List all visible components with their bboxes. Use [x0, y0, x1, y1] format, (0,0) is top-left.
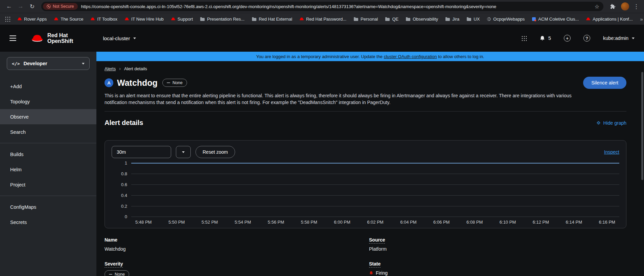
app-launcher-icon[interactable]: [521, 35, 527, 41]
add-circle-icon[interactable]: +: [564, 35, 571, 42]
bookmark[interactable]: ACM Coletive Clus...: [532, 17, 579, 22]
extensions-puzzle-icon[interactable]: [607, 1, 618, 11]
folder-icon: [385, 18, 390, 21]
redhat-icon: [171, 17, 175, 21]
bookmark[interactable]: OcpqeWebapps: [487, 17, 525, 22]
state-value: Firing: [369, 270, 626, 276]
sidebar-item-project[interactable]: Project: [0, 177, 96, 192]
bookmark[interactable]: UX: [467, 17, 480, 22]
back-icon[interactable]: ←: [4, 1, 14, 11]
folder-icon: [252, 18, 256, 21]
bookmark-star-icon[interactable]: ☆: [595, 3, 599, 10]
duration-dropdown-button[interactable]: [176, 146, 191, 158]
folder-icon: [406, 18, 410, 21]
bookmark[interactable]: Applications | Konf...: [586, 17, 632, 22]
banner-text: to allow others to log in.: [437, 54, 484, 59]
x-axis-labels: 5:48 PM 5:50 PM 5:52 PM 5:54 PM 5:56 PM …: [131, 220, 619, 225]
bookmark-label: Red Hat Password...: [306, 17, 346, 22]
bookmark[interactable]: Red Hat External: [252, 17, 292, 22]
sidebar-item-secrets[interactable]: Secrets: [0, 215, 96, 230]
bookmarks-bar: Rover Apps The Source IT Toolbox IT New …: [0, 13, 644, 25]
hide-graph-link[interactable]: Hide graph: [596, 120, 627, 126]
sidebar-item-helm[interactable]: Helm: [0, 162, 96, 177]
notifications-button[interactable]: 5: [539, 35, 551, 41]
x-tick-label: 6:02 PM: [367, 220, 383, 225]
severity-label[interactable]: Severity: [105, 261, 369, 267]
sidebar-item-search[interactable]: Search: [0, 124, 96, 140]
bookmark[interactable]: Personal: [354, 17, 378, 22]
breadcrumb-alerts-link[interactable]: Alerts: [105, 66, 116, 71]
alert-resource-icon: A: [105, 78, 113, 87]
section-title: Alert details: [105, 119, 143, 127]
sidebar-item-builds[interactable]: Builds: [0, 147, 96, 162]
brand-line2: OpenShift: [47, 38, 73, 44]
duration-input[interactable]: 30m: [112, 146, 171, 158]
url-bar[interactable]: Not Secure https://console-openshift-con…: [41, 2, 603, 11]
masthead: Red Hat OpenShift local-cluster 5 + ? ku…: [0, 25, 644, 52]
not-secure-badge[interactable]: Not Secure: [43, 3, 78, 10]
bookmark[interactable]: Observability: [406, 17, 438, 22]
y-tick-label: 0: [112, 214, 127, 219]
x-tick-label: 6:04 PM: [400, 220, 416, 225]
hide-graph-label: Hide graph: [603, 120, 627, 126]
user-menu[interactable]: kube:admin: [603, 35, 635, 41]
bookmark-label: Rover Apps: [24, 17, 47, 22]
perspective-switcher[interactable]: </> Developer: [7, 57, 90, 70]
browser-menu-icon[interactable]: ⋮: [632, 3, 640, 10]
perspective-label: Developer: [23, 61, 78, 66]
bookmarks-overflow-chevron[interactable]: [640, 16, 643, 22]
folder-icon: [467, 18, 471, 21]
help-icon[interactable]: ?: [583, 35, 590, 42]
browser-toolbar: ← → ↻ Not Secure https://console-openshi…: [0, 0, 644, 13]
apps-grid-icon[interactable]: [5, 16, 10, 22]
reload-icon[interactable]: ↻: [27, 1, 37, 11]
y-tick-label: 0.4: [112, 193, 127, 198]
app-icon: [532, 17, 536, 21]
bookmark[interactable]: Presentation Res...: [200, 17, 245, 22]
bookmark-label: Support: [178, 17, 193, 22]
bookmark[interactable]: The Source: [54, 17, 83, 22]
hamburger-menu-icon[interactable]: [9, 35, 16, 41]
gridline: [131, 217, 619, 217]
silence-alert-button[interactable]: Silence alert: [583, 77, 626, 89]
openshift-logo[interactable]: Red Hat OpenShift: [30, 32, 73, 44]
source-label[interactable]: Source: [369, 237, 626, 243]
bell-icon: [539, 35, 545, 41]
alert-description: This is an alert meant to ensure that th…: [105, 92, 575, 106]
sidebar-item-configmaps[interactable]: ConfigMaps: [0, 199, 96, 215]
chevron-down-icon: [133, 37, 136, 39]
oauth-config-link[interactable]: cluster OAuth configuration: [384, 54, 437, 59]
bookmark[interactable]: Jira: [445, 17, 459, 22]
page-scrollbar[interactable]: [641, 72, 643, 180]
brand-line1: Red Hat: [47, 32, 73, 38]
y-tick-label: 0.8: [112, 171, 127, 176]
reset-zoom-button[interactable]: Reset zoom: [196, 146, 235, 158]
x-tick-label: 6:08 PM: [466, 220, 483, 225]
bookmark[interactable]: QE: [385, 17, 398, 22]
url-text: https://console-openshift-console.apps.c…: [81, 4, 591, 9]
severity-value-label: None: [115, 272, 125, 276]
sidebar-item-topology[interactable]: Topology: [0, 94, 96, 109]
redhat-icon: [91, 17, 95, 21]
name-value: Watchdog: [105, 246, 369, 252]
sidebar-item-add[interactable]: +Add: [0, 79, 96, 94]
gridline: [131, 184, 619, 185]
sidebar-item-observe[interactable]: Observe: [0, 109, 96, 124]
profile-avatar[interactable]: [621, 2, 629, 10]
bookmark-label: Presentation Res...: [207, 17, 245, 22]
bookmark[interactable]: Support: [171, 17, 193, 22]
x-tick-label: 6:00 PM: [334, 220, 350, 225]
redhat-icon: [586, 17, 590, 21]
cluster-selector[interactable]: local-cluster: [103, 35, 136, 41]
chevron-down-icon: [82, 63, 85, 65]
bookmark[interactable]: IT Toolbox: [91, 17, 117, 22]
inspect-link[interactable]: Inspect: [604, 149, 619, 155]
state-label[interactable]: State: [369, 261, 626, 267]
bookmark[interactable]: Red Hat Password...: [300, 17, 346, 22]
folder-icon: [445, 18, 450, 21]
bookmark[interactable]: IT New Hire Hub: [125, 17, 164, 22]
alert-chart-plot[interactable]: 1 0.8 0.6 0.4 0.2 0: [131, 163, 619, 217]
forward-icon[interactable]: →: [16, 1, 26, 11]
x-tick-label: 5:56 PM: [268, 220, 284, 225]
bookmark[interactable]: Rover Apps: [18, 17, 47, 22]
